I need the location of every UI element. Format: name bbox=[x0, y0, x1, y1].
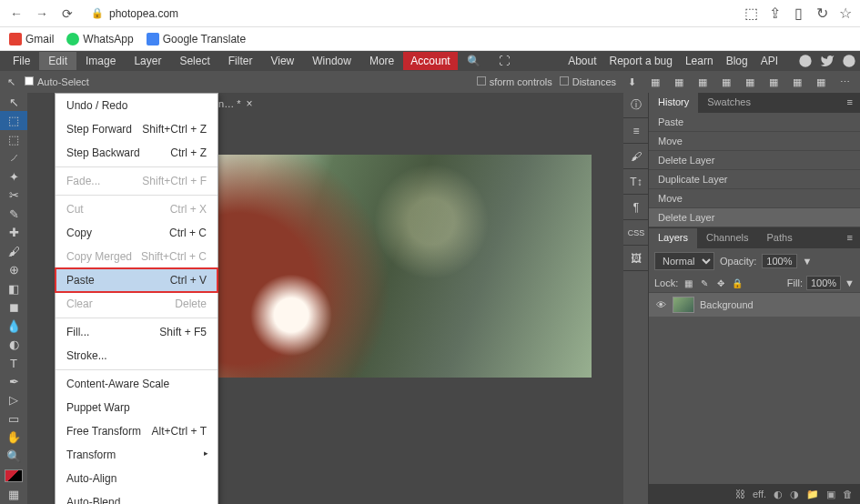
lock-all-icon[interactable]: 🔒 bbox=[731, 277, 744, 289]
crop-tool[interactable]: ✂ bbox=[0, 186, 27, 204]
menu-window[interactable]: Window bbox=[303, 52, 360, 70]
path-select-tool[interactable]: ▷ bbox=[0, 391, 27, 409]
opacity-dropdown-icon[interactable]: ▼ bbox=[803, 256, 813, 267]
clone-tool[interactable]: ⊕ bbox=[0, 260, 27, 278]
blend-mode-select[interactable]: Normal bbox=[654, 252, 714, 270]
search-icon[interactable]: 🔍 bbox=[458, 52, 490, 70]
zoom-tool[interactable]: 🔍 bbox=[0, 447, 27, 465]
menu-image[interactable]: Image bbox=[76, 52, 125, 70]
menu-select[interactable]: Select bbox=[170, 52, 218, 70]
paragraph-panel-icon[interactable]: ≡ bbox=[623, 118, 649, 144]
menu-view[interactable]: View bbox=[261, 52, 303, 70]
align-top-icon[interactable]: ▦ bbox=[718, 74, 734, 90]
reload-button[interactable]: ⟳ bbox=[58, 5, 76, 23]
fill-dropdown-icon[interactable]: ▼ bbox=[845, 277, 855, 288]
hand-tool[interactable]: ✋ bbox=[0, 428, 27, 447]
brush-panel-icon[interactable]: 🖌 bbox=[623, 144, 649, 169]
fullscreen-icon[interactable]: ⛶ bbox=[490, 52, 519, 70]
edit-menu-auto-blend[interactable]: Auto-Blend bbox=[56, 490, 218, 504]
tab-history[interactable]: History bbox=[649, 93, 698, 113]
transform-controls-checkbox[interactable] bbox=[477, 76, 486, 86]
tab-channels[interactable]: Channels bbox=[697, 228, 757, 248]
layer-item[interactable]: 👁 Background bbox=[649, 293, 860, 317]
history-item[interactable]: Delete Layer bbox=[649, 151, 860, 170]
menu-layer[interactable]: Layer bbox=[125, 52, 170, 70]
dodge-tool[interactable]: ◐ bbox=[0, 335, 27, 353]
eraser-tool[interactable]: ◧ bbox=[0, 279, 27, 297]
align-left-icon[interactable]: ▦ bbox=[647, 74, 663, 90]
brush-tool[interactable]: 🖌 bbox=[0, 242, 27, 260]
color-swatches[interactable] bbox=[5, 469, 23, 482]
transform-tool[interactable]: ⬚ bbox=[0, 111, 27, 129]
edit-menu-copy[interactable]: CopyCtrl + C bbox=[56, 221, 218, 245]
bookmark-gmail[interactable]: Gmail bbox=[9, 33, 54, 45]
shape-tool[interactable]: ▭ bbox=[0, 409, 27, 428]
align-center-h-icon[interactable]: ▦ bbox=[671, 74, 687, 90]
more-align-icon[interactable]: ⋯ bbox=[836, 74, 853, 90]
type-tool[interactable]: T bbox=[0, 354, 27, 372]
quick-mask-icon[interactable]: ▦ bbox=[0, 486, 27, 504]
lock-pixels-icon[interactable]: ▦ bbox=[682, 277, 694, 289]
edit-menu-auto-align[interactable]: Auto-Align bbox=[56, 467, 218, 490]
edit-menu-stroke-[interactable]: Stroke... bbox=[56, 344, 218, 368]
edit-menu-step-backward[interactable]: Step BackwardCtrl + Z bbox=[56, 141, 218, 165]
heal-tool[interactable]: ✚ bbox=[0, 223, 27, 241]
layer-visibility-icon[interactable]: 👁 bbox=[654, 299, 667, 310]
history-panel-menu-icon[interactable]: ≡ bbox=[840, 93, 860, 113]
align-bottom-icon[interactable]: ▦ bbox=[765, 74, 782, 90]
character-panel-icon[interactable]: T↕ bbox=[623, 169, 649, 195]
menu-filter[interactable]: Filter bbox=[219, 52, 262, 70]
history-item[interactable]: Paste bbox=[649, 113, 860, 132]
facebook-icon[interactable] bbox=[842, 54, 856, 68]
menu-edit[interactable]: Edit bbox=[39, 52, 76, 70]
info-panel-icon[interactable]: ⓘ bbox=[623, 93, 649, 118]
star-icon[interactable]: ☆ bbox=[838, 5, 853, 22]
layers-panel-menu-icon[interactable]: ≡ bbox=[840, 228, 860, 248]
image-panel-icon[interactable]: 🖼 bbox=[623, 246, 649, 271]
address-bar[interactable]: 🔒 photopea.com bbox=[84, 7, 736, 20]
close-tab-icon[interactable]: × bbox=[246, 97, 252, 110]
edit-menu-undo-redo[interactable]: Undo / Redo bbox=[56, 94, 218, 117]
distribute-v-icon[interactable]: ▦ bbox=[813, 74, 829, 90]
forward-button[interactable]: → bbox=[33, 5, 51, 23]
edit-menu-step-forward[interactable]: Step ForwardShift+Ctrl + Z bbox=[56, 117, 218, 141]
lock-position-icon[interactable]: ✎ bbox=[698, 277, 711, 289]
link-layers-icon[interactable]: ⛓ bbox=[735, 489, 745, 499]
edit-menu-free-transform[interactable]: Free TransformAlt+Ctrl + T bbox=[56, 419, 218, 443]
align-right-icon[interactable]: ▦ bbox=[694, 74, 711, 90]
history-item[interactable]: Move bbox=[649, 132, 860, 151]
menu-api[interactable]: API bbox=[761, 55, 778, 67]
canvas[interactable] bbox=[191, 155, 592, 378]
pen-tool[interactable]: ✒ bbox=[0, 372, 27, 390]
edit-menu-puppet-warp[interactable]: Puppet Warp bbox=[56, 396, 218, 419]
opacity-input[interactable]: 100% bbox=[762, 254, 796, 268]
layer-folder-icon[interactable]: 📁 bbox=[806, 489, 819, 500]
bookmark-whatsapp[interactable]: WhatsApp bbox=[66, 33, 133, 45]
menu-account[interactable]: Account bbox=[403, 52, 457, 70]
menu-learn[interactable]: Learn bbox=[685, 55, 713, 67]
tab-layers[interactable]: Layers bbox=[649, 228, 697, 248]
gradient-tool[interactable]: ◼ bbox=[0, 297, 27, 316]
align-center-v-icon[interactable]: ▦ bbox=[742, 74, 758, 90]
eyedropper-tool[interactable]: ✎ bbox=[0, 205, 27, 223]
distances-checkbox[interactable] bbox=[560, 76, 569, 86]
share-icon[interactable]: ⇪ bbox=[767, 5, 782, 22]
download-icon[interactable]: ⬇ bbox=[623, 74, 640, 90]
tab-paths[interactable]: Paths bbox=[758, 228, 802, 248]
reddit-icon[interactable] bbox=[798, 54, 813, 68]
delete-layer-icon[interactable]: 🗑 bbox=[843, 489, 853, 499]
menu-report-bug[interactable]: Report a bug bbox=[610, 55, 673, 67]
install-icon[interactable]: ⬚ bbox=[744, 5, 758, 22]
menu-file[interactable]: File bbox=[4, 52, 39, 70]
tab-swatches[interactable]: Swatches bbox=[698, 93, 760, 113]
layer-mask-icon[interactable]: ◐ bbox=[774, 489, 783, 500]
new-layer-icon[interactable]: ▣ bbox=[826, 489, 835, 500]
blur-tool[interactable]: 💧 bbox=[0, 317, 27, 335]
bookmark-icon[interactable]: ▯ bbox=[791, 5, 805, 22]
menu-about[interactable]: About bbox=[568, 55, 596, 67]
menu-more[interactable]: More bbox=[360, 52, 403, 70]
twitter-icon[interactable] bbox=[820, 54, 835, 68]
edit-menu-transform[interactable]: Transform▸ bbox=[56, 443, 218, 467]
wand-tool[interactable]: ✦ bbox=[0, 167, 27, 186]
edit-menu-content-aware-scale[interactable]: Content-Aware Scale bbox=[56, 372, 218, 396]
